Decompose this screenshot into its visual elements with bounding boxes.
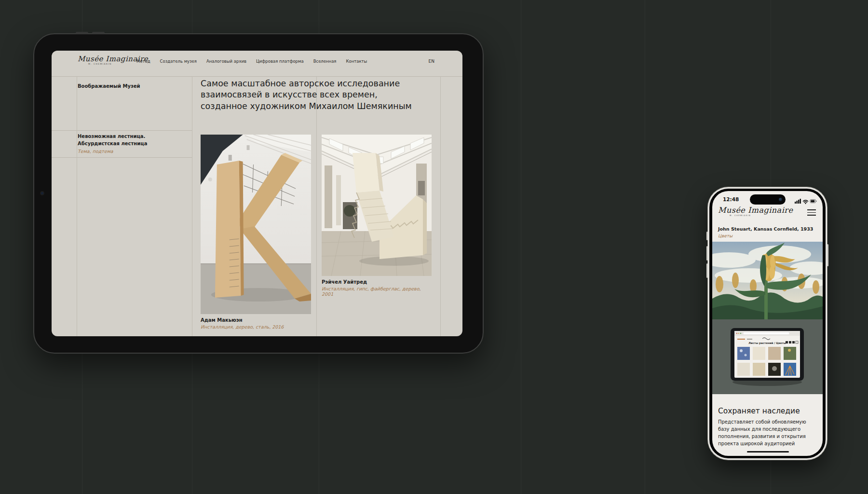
- staircase-illustration: [322, 135, 432, 276]
- figure-artist: Адам Макьюэн: [201, 317, 311, 323]
- tablet-volume-button: [76, 32, 88, 34]
- signal-icon: [795, 199, 801, 204]
- figure-caption: Инсталляция, гипс, файберглас, дерево, 2…: [322, 286, 432, 297]
- sidebar-divider: [52, 130, 192, 131]
- wifi-icon: [805, 203, 806, 204]
- phone-volume-button: [706, 246, 708, 261]
- figure: Рэйчел Уайтред Инсталляция, гипс, файбер…: [322, 135, 432, 297]
- phone-logo[interactable]: Musée Imaginaire M. CHEMIAKIN: [718, 206, 793, 217]
- battery-icon: [810, 200, 817, 203]
- grid-vline: [316, 76, 317, 336]
- sidebar-divider: [52, 157, 192, 158]
- nav-item-archive[interactable]: Аналоговый архив: [206, 59, 246, 64]
- tablet-camera-icon: [41, 192, 43, 194]
- artwork-image-cornfield[interactable]: [712, 242, 823, 319]
- tablet-volume-button: [92, 32, 105, 34]
- nav-item-method[interactable]: Метод: [136, 59, 150, 64]
- tablet-device: Musée Imaginaire M. CHEMIAKIN Метод Созд…: [33, 33, 484, 354]
- hamburger-icon[interactable]: [807, 209, 816, 216]
- nav-item-universe[interactable]: Вселенная: [313, 59, 337, 64]
- k-sculpture-illustration: [201, 135, 311, 314]
- figure-artist: Рэйчел Уайтред: [322, 279, 432, 285]
- nav-item-creator[interactable]: Создатель музея: [160, 59, 197, 64]
- phone-logo-text: Musée Imaginaire: [718, 206, 793, 215]
- main-nav: Метод Создатель музея Аналоговый архив Ц…: [136, 59, 367, 64]
- sidebar-section-title[interactable]: Невозможная лестница. Абсурдистская лест…: [78, 133, 169, 147]
- grid-vline: [192, 76, 192, 336]
- mockup-image[interactable]: Листы растений / Цветы: [712, 319, 823, 394]
- status-time: 12:48: [723, 196, 739, 202]
- sidebar-section-subtitle: Тема, подтема: [78, 149, 113, 154]
- phone-volume-button: [706, 263, 708, 278]
- sidebar-title[interactable]: Воображаемый Музей: [78, 83, 140, 89]
- phone-mute-switch: [706, 232, 708, 240]
- nav-item-contacts[interactable]: Контакты: [346, 59, 367, 64]
- artwork-subtitle: Цветы: [718, 233, 732, 238]
- mockup-illustration: Листы растений / Цветы: [712, 319, 823, 394]
- mockup-title: Листы растений / Цветы: [748, 342, 786, 345]
- page-heading: Самое масштабное авторское исследование …: [201, 78, 422, 112]
- phone-power-button: [827, 244, 828, 266]
- phone-device: 12:48: [708, 187, 827, 460]
- page-background: Musée Imaginaire M. CHEMIAKIN Метод Созд…: [0, 0, 868, 494]
- phone-camera-icon: [779, 198, 782, 201]
- artwork-image-k[interactable]: [201, 135, 311, 314]
- bg-grid-line: [521, 0, 521, 494]
- tablet-screen: Musée Imaginaire M. CHEMIAKIN Метод Созд…: [52, 51, 462, 336]
- status-icons: [795, 197, 817, 206]
- dynamic-island: [750, 194, 786, 205]
- bg-grid-line: [645, 0, 645, 494]
- header-divider: [52, 76, 462, 77]
- home-indicator[interactable]: [747, 451, 789, 453]
- artwork-title: John Steuart, Kansas Cornfield, 1933: [718, 226, 813, 232]
- figure-caption: Инсталляция, дерево, сталь, 2016: [201, 324, 311, 329]
- wifi-icon: [803, 200, 808, 202]
- figure: Адам Макьюэн Инсталляция, дерево, сталь,…: [201, 135, 311, 329]
- cornfield-illustration: [712, 242, 823, 319]
- phone-screen: 12:48: [712, 191, 823, 456]
- grid-vline: [440, 76, 441, 336]
- nav-item-platform[interactable]: Цифровая платформа: [256, 59, 304, 64]
- footer-heading: Сохраняет наследие: [718, 407, 800, 415]
- grid-vline: [77, 76, 77, 336]
- lang-switcher[interactable]: EN: [429, 59, 434, 64]
- artwork-image-staircase[interactable]: [322, 135, 432, 276]
- footer-text: Представляет собой обновляемую базу данн…: [718, 418, 808, 447]
